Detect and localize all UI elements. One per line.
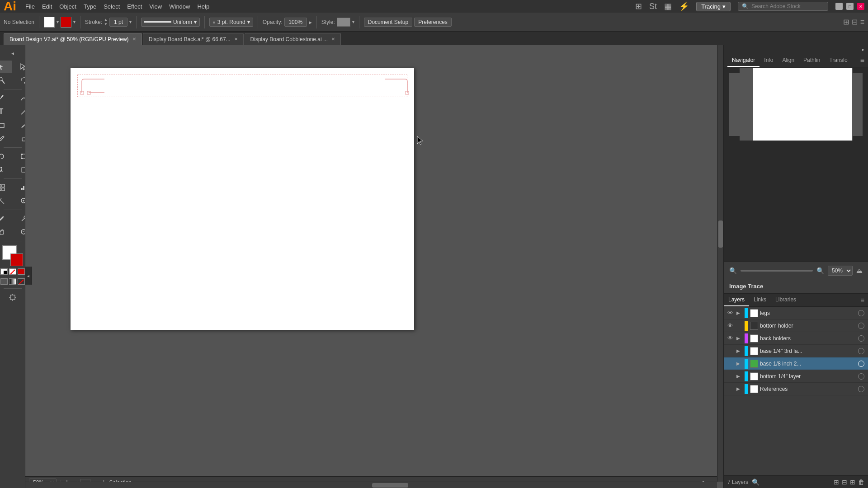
- swap-icon[interactable]: [18, 268, 25, 275]
- line-tool[interactable]: [13, 105, 26, 118]
- opacity-input[interactable]: 100%: [284, 18, 307, 27]
- none-fill-icon[interactable]: [18, 278, 25, 285]
- color-indicator[interactable]: [2, 245, 23, 266]
- vertical-scrollbar[interactable]: [717, 45, 723, 482]
- document-setup-button[interactable]: Document Setup: [364, 18, 412, 27]
- layer-back-holders[interactable]: 👁 ▶ back holders: [724, 332, 868, 345]
- menu-effect[interactable]: Effect: [127, 3, 142, 10]
- pen-tool[interactable]: [0, 92, 12, 104]
- tab-2[interactable]: Display Board Cobblestone.ai ... ✕: [245, 33, 341, 45]
- stroke-chevron-icon[interactable]: ▾: [129, 19, 132, 24]
- slice-tool[interactable]: [0, 195, 12, 207]
- more-icon[interactable]: ≡: [860, 18, 864, 26]
- search-layers-icon[interactable]: 🔍: [752, 479, 760, 486]
- rectangle-tool[interactable]: [0, 119, 12, 131]
- layer-base3-chevron-icon[interactable]: ▶: [736, 348, 743, 353]
- zoom-tool[interactable]: [13, 195, 26, 207]
- perspective-grid-tool[interactable]: [13, 164, 26, 176]
- zoom-out-icon[interactable]: 🔍: [729, 267, 737, 274]
- measure-tool[interactable]: [13, 212, 26, 225]
- edit-artboard-tool[interactable]: [2, 291, 24, 304]
- layer-base18-chevron-icon[interactable]: ▶: [736, 361, 743, 366]
- stroke-style-dropdown[interactable]: Uniform ▾: [141, 18, 200, 27]
- delete-layer-icon[interactable]: 🗑: [858, 479, 864, 486]
- align-distribute-icon[interactable]: ⊟: [852, 18, 858, 26]
- layer-base18-target-icon[interactable]: [858, 361, 864, 367]
- rotate-tool[interactable]: [0, 150, 12, 163]
- layer-bh-eye-icon[interactable]: 👁: [727, 322, 735, 329]
- collapse-tools-button[interactable]: ◂: [2, 47, 24, 60]
- fill-swatch[interactable]: [44, 17, 55, 28]
- layer-bottom-holder[interactable]: 👁 ▶ bottom holder: [724, 319, 868, 332]
- tab-1[interactable]: Display Board Back.ai* @ 66.67... ✕: [143, 33, 244, 45]
- stroke-cap-dropdown[interactable]: ● 3 pt. Round ▾: [209, 18, 253, 27]
- canvas-area[interactable]: ◂: [25, 45, 723, 488]
- tab-0[interactable]: Board Design V2.ai* @ 50% (RGB/GPU Previ…: [4, 33, 142, 45]
- close-button[interactable]: ✕: [857, 3, 864, 10]
- layer-legs[interactable]: 👁 ▶ legs: [724, 307, 868, 319]
- sync-icon[interactable]: St: [649, 2, 657, 11]
- layer-bh-target-icon[interactable]: [858, 323, 864, 329]
- zoom-in-icon[interactable]: 🔍: [816, 267, 824, 274]
- tab-2-close[interactable]: ✕: [331, 37, 335, 42]
- add-layer-icon[interactable]: ⊞: [834, 479, 839, 486]
- style-dropdown-icon[interactable]: ▾: [352, 19, 354, 24]
- tab-transform[interactable]: Transfo: [825, 54, 852, 67]
- layer-options-icon[interactable]: ⊞: [850, 479, 855, 486]
- tab-align[interactable]: Align: [778, 54, 799, 67]
- menu-window[interactable]: Window: [169, 3, 190, 10]
- layer-legs-eye-icon[interactable]: 👁: [727, 310, 735, 316]
- layer-base3-target-icon[interactable]: [858, 348, 864, 354]
- transform-panel-icon[interactable]: [0, 181, 12, 194]
- layer-ref-chevron-icon[interactable]: ▶: [736, 386, 743, 391]
- style-swatch[interactable]: [337, 18, 350, 27]
- menu-select[interactable]: Select: [104, 3, 120, 10]
- default-colors-icon[interactable]: [0, 268, 8, 275]
- paintbrush-tool[interactable]: [13, 119, 26, 131]
- opacity-expand-icon[interactable]: ▸: [309, 19, 312, 26]
- layer-ref-target-icon[interactable]: [858, 386, 864, 392]
- color-fill-icon[interactable]: [0, 278, 8, 285]
- layer-bot14-target-icon[interactable]: [858, 373, 864, 380]
- direct-selection-tool[interactable]: [13, 61, 26, 73]
- menu-view[interactable]: View: [149, 3, 162, 10]
- zoom-mountain-icon[interactable]: ⛰: [856, 267, 863, 274]
- tab-libraries[interactable]: Libraries: [771, 294, 801, 306]
- layer-backh-chevron-icon[interactable]: ▶: [736, 336, 743, 341]
- eyedropper-tool[interactable]: [0, 212, 12, 225]
- type-tool[interactable]: T: [0, 105, 12, 118]
- layer-backh-target-icon[interactable]: [858, 335, 864, 342]
- add-layer-2-icon[interactable]: ⊟: [842, 479, 847, 486]
- layer-bot14-chevron-icon[interactable]: ▶: [736, 374, 743, 379]
- menu-file[interactable]: File: [25, 3, 35, 10]
- vertical-scroll-thumb[interactable]: [718, 221, 723, 248]
- share-icon[interactable]: ⚡: [679, 1, 689, 11]
- workspace-icon[interactable]: ▦: [664, 1, 672, 11]
- zoom-slider[interactable]: [741, 270, 813, 272]
- search-stock-box[interactable]: 🔍 Search Adobe Stock: [738, 2, 828, 11]
- stroke-color[interactable]: [10, 253, 23, 266]
- eraser-tool[interactable]: [13, 132, 26, 145]
- layer-legs-chevron-icon[interactable]: ▶: [736, 310, 743, 315]
- tab-layers[interactable]: Layers: [724, 294, 749, 306]
- arrange-icon[interactable]: ⊞: [843, 18, 849, 26]
- libraries-icon[interactable]: ⊞: [635, 1, 642, 11]
- lasso-tool[interactable]: [13, 74, 26, 87]
- menu-help[interactable]: Help: [197, 3, 209, 10]
- puppet-warp-tool[interactable]: [0, 164, 12, 176]
- magic-wand-tool[interactable]: [0, 74, 12, 87]
- layer-backh-eye-icon[interactable]: 👁: [727, 335, 735, 342]
- layer-references[interactable]: 👁 ▶ References: [724, 383, 868, 395]
- horizontal-scrollbar[interactable]: [25, 482, 717, 488]
- preferences-button[interactable]: Preferences: [414, 18, 452, 27]
- menu-object[interactable]: Object: [59, 3, 76, 10]
- stroke-swatch[interactable]: [61, 17, 71, 28]
- layers-menu-icon[interactable]: ≡: [857, 296, 868, 304]
- tab-pathfinder[interactable]: Pathfin: [799, 54, 825, 67]
- left-panel-collapse[interactable]: ◂: [25, 267, 32, 285]
- layer-bottom-14[interactable]: 👁 ▶ bottom 1/4" layer: [724, 370, 868, 383]
- layer-base-18[interactable]: 👁 ▶ base 1/8 inch 2...: [724, 357, 868, 370]
- layer-base-14-3rd[interactable]: 👁 ▶ base 1/4" 3rd la...: [724, 345, 868, 357]
- zoom-out-tool[interactable]: [13, 226, 26, 239]
- tracing-button[interactable]: Tracing ▾: [696, 2, 731, 11]
